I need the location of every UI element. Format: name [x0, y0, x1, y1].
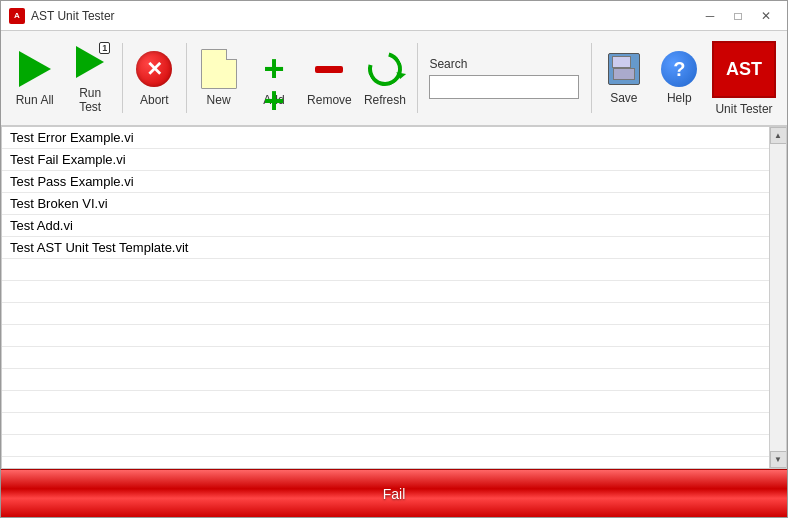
test-row-text: Test AST Unit Test Template.vit — [10, 240, 188, 255]
window-title: AST Unit Tester — [31, 9, 115, 23]
window-controls: ─ □ ✕ — [697, 6, 779, 26]
empty-row — [2, 413, 769, 435]
empty-row — [2, 259, 769, 281]
empty-row — [2, 457, 769, 468]
run-test-badge: 1 — [99, 42, 110, 54]
search-label: Search — [429, 57, 579, 71]
test-row-text: Test Broken VI.vi — [10, 196, 108, 211]
minimize-button[interactable]: ─ — [697, 6, 723, 26]
new-label: New — [207, 93, 231, 107]
test-row[interactable]: Test Fail Example.vi — [2, 149, 769, 171]
empty-row — [2, 281, 769, 303]
test-row[interactable]: Test AST Unit Test Template.vit — [2, 237, 769, 259]
abort-circle-icon: ✕ — [136, 51, 172, 87]
title-bar-left: A AST Unit Tester — [9, 8, 115, 24]
close-button[interactable]: ✕ — [753, 6, 779, 26]
empty-row — [2, 303, 769, 325]
main-content: Test Error Example.viTest Fail Example.v… — [1, 126, 787, 469]
new-file-icon — [201, 49, 237, 89]
empty-row — [2, 325, 769, 347]
test-row-text: Test Add.vi — [10, 218, 73, 233]
remove-icon — [309, 49, 349, 89]
ast-logo-button[interactable]: AST Unit Tester — [707, 36, 781, 121]
remove-button[interactable]: Remove — [302, 36, 357, 121]
test-row[interactable]: Test Broken VI.vi — [2, 193, 769, 215]
test-row-text: Test Fail Example.vi — [10, 152, 126, 167]
app-icon: A — [9, 8, 25, 24]
status-text: Fail — [383, 486, 406, 502]
run-test-button[interactable]: 1 Run Test — [62, 36, 117, 121]
ast-logo-icon: AST — [712, 41, 776, 98]
run-test-label: Run Test — [67, 86, 112, 114]
refresh-icon — [365, 49, 405, 89]
circular-arrows-icon — [362, 46, 408, 92]
test-row[interactable]: Test Pass Example.vi — [2, 171, 769, 193]
run-all-label: Run All — [16, 93, 54, 107]
refresh-label: Refresh — [364, 93, 406, 107]
test-row-text: Test Pass Example.vi — [10, 174, 134, 189]
add-icon: + — [254, 49, 294, 89]
title-bar: A AST Unit Tester ─ □ ✕ — [1, 1, 787, 31]
save-label: Save — [610, 91, 637, 105]
empty-row — [2, 435, 769, 457]
separator-3 — [417, 43, 418, 113]
search-input[interactable] — [429, 75, 579, 99]
empty-row — [2, 391, 769, 413]
separator-1 — [122, 43, 123, 113]
scroll-up-button[interactable]: ▲ — [770, 127, 787, 144]
empty-row — [2, 369, 769, 391]
test-row-text: Test Error Example.vi — [10, 130, 134, 145]
save-button[interactable]: Save — [596, 36, 651, 121]
help-icon: ? — [661, 51, 697, 87]
abort-label: Abort — [140, 93, 169, 107]
remove-label: Remove — [307, 93, 352, 107]
run-test-icon: 1 — [70, 42, 110, 82]
run-all-button[interactable]: Run All — [7, 36, 62, 121]
save-icon — [606, 51, 642, 87]
abort-button[interactable]: ✕ Abort — [127, 36, 182, 121]
scroll-down-button[interactable]: ▼ — [770, 451, 787, 468]
triangle-icon — [19, 51, 51, 87]
status-bar: Fail — [1, 469, 787, 517]
abort-icon: ✕ — [134, 49, 174, 89]
floppy-disk-icon — [608, 53, 640, 85]
scrollbar[interactable]: ▲ ▼ — [769, 127, 786, 468]
plus-icon: + — [258, 53, 290, 85]
test-row[interactable]: Test Error Example.vi — [2, 127, 769, 149]
test-row[interactable]: Test Add.vi — [2, 215, 769, 237]
help-label: Help — [667, 91, 692, 105]
search-area: Search — [421, 51, 587, 105]
minus-icon — [315, 66, 343, 73]
test-list: Test Error Example.viTest Fail Example.v… — [2, 127, 786, 468]
ast-logo-label: Unit Tester — [715, 102, 772, 116]
empty-row — [2, 347, 769, 369]
run-all-icon — [15, 49, 55, 89]
separator-4 — [591, 43, 592, 113]
separator-2 — [186, 43, 187, 113]
add-button[interactable]: + Add — [246, 36, 301, 121]
ast-logo-text: AST — [726, 60, 762, 78]
maximize-button[interactable]: □ — [725, 6, 751, 26]
new-button[interactable]: New — [191, 36, 246, 121]
refresh-button[interactable]: Refresh — [357, 36, 412, 121]
help-button[interactable]: ? Help — [652, 36, 707, 121]
toolbar: Run All 1 Run Test ✕ Abort New + Add — [1, 31, 787, 126]
